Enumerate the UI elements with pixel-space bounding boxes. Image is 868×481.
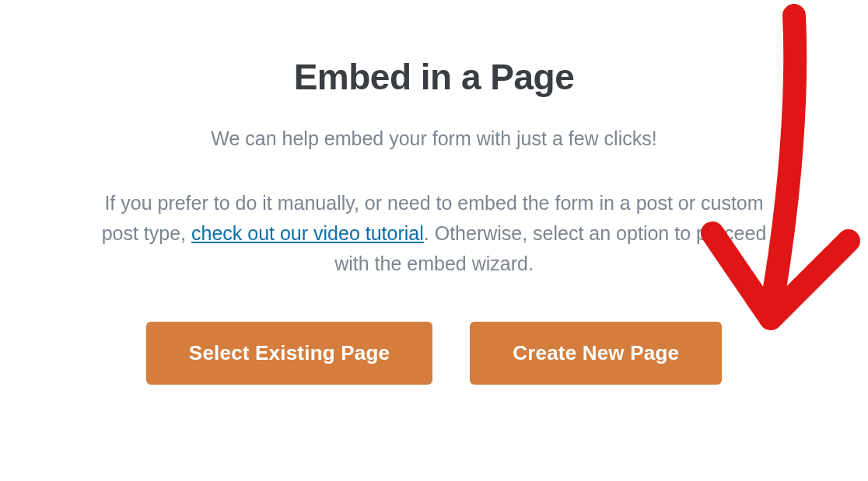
button-row: Select Existing Page Create New Page	[0, 322, 868, 385]
embed-modal: Embed in a Page We can help embed your f…	[0, 0, 868, 385]
modal-title: Embed in a Page	[0, 56, 868, 98]
create-new-page-button[interactable]: Create New Page	[470, 322, 722, 385]
modal-description: If you prefer to do it manually, or need…	[84, 188, 784, 278]
video-tutorial-link[interactable]: check out our video tutorial	[191, 222, 424, 244]
modal-subtitle: We can help embed your form with just a …	[0, 124, 868, 152]
select-existing-page-button[interactable]: Select Existing Page	[146, 322, 432, 385]
